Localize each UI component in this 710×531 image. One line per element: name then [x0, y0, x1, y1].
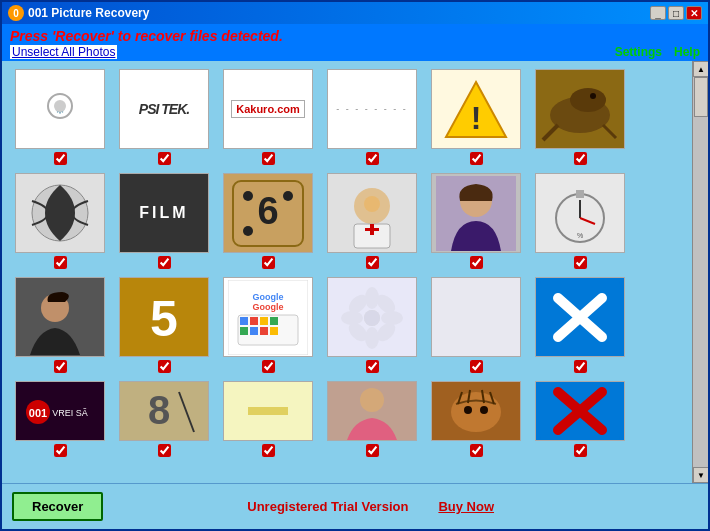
svg-point-19	[364, 196, 380, 212]
recover-button[interactable]: Recover	[12, 492, 103, 521]
photo-cell: !	[426, 69, 526, 165]
photo-thumb: ⚙️	[15, 69, 105, 149]
photo-thumb	[535, 381, 625, 441]
photo-checkbox[interactable]	[366, 444, 379, 457]
svg-text:6: 6	[257, 190, 278, 232]
photo-checkbox[interactable]	[262, 152, 275, 165]
app-icon: 0	[8, 5, 24, 21]
photo-checkbox[interactable]	[158, 360, 171, 373]
psitek-label: PSI TEK.	[139, 101, 189, 117]
svg-point-47	[341, 311, 363, 325]
scroll-down-button[interactable]: ▼	[693, 467, 708, 483]
photo-thumb	[431, 277, 521, 357]
photo-checkbox[interactable]	[470, 360, 483, 373]
close-button[interactable]: ✕	[686, 6, 702, 20]
photo-checkbox[interactable]	[366, 256, 379, 269]
kakuro-label: Kakuro.com	[231, 100, 305, 118]
window-title: 001 Picture Recovery	[28, 6, 650, 20]
photo-row: FILM 6	[10, 173, 684, 269]
photo-thumb: - - - - - - - -	[327, 69, 417, 149]
photo-checkbox[interactable]	[54, 152, 67, 165]
photo-thumb	[431, 381, 521, 441]
photo-cell	[322, 173, 422, 269]
scroll-track[interactable]	[693, 77, 708, 467]
photo-cell	[426, 277, 526, 373]
photo-checkbox[interactable]	[574, 152, 587, 165]
photo-checkbox[interactable]	[158, 444, 171, 457]
photo-checkbox[interactable]	[470, 256, 483, 269]
photo-checkbox[interactable]	[574, 360, 587, 373]
svg-point-72	[480, 406, 488, 414]
photo-checkbox[interactable]	[470, 444, 483, 457]
svg-rect-41	[260, 327, 268, 335]
photo-thumb: 5	[119, 277, 209, 357]
photo-row: 5 Google Google	[10, 277, 684, 373]
photo-checkbox[interactable]	[366, 360, 379, 373]
photo-checkbox[interactable]	[54, 256, 67, 269]
photo-thumb	[431, 173, 521, 253]
photo-checkbox[interactable]	[574, 444, 587, 457]
photo-cell	[322, 381, 422, 457]
photo-checkbox[interactable]	[262, 360, 275, 373]
photo-checkbox[interactable]	[470, 152, 483, 165]
svg-rect-38	[270, 317, 278, 325]
svg-text:8: 8	[148, 388, 170, 432]
photo-thumb: %	[535, 173, 625, 253]
photo-thumb	[327, 381, 417, 441]
photo-cell: Kakuro.com	[218, 69, 318, 165]
photo-checkbox[interactable]	[158, 256, 171, 269]
svg-point-14	[243, 226, 253, 236]
scroll-thumb[interactable]	[694, 77, 708, 117]
help-link[interactable]: Help	[674, 45, 700, 59]
buy-now-link[interactable]: Buy Now	[438, 499, 494, 514]
toolbar: Press 'Recover' to recover files detecte…	[2, 24, 708, 61]
maximize-button[interactable]: □	[668, 6, 684, 20]
photo-thumb: !	[431, 69, 521, 149]
photo-checkbox[interactable]	[262, 256, 275, 269]
photo-cell	[426, 173, 526, 269]
svg-point-71	[464, 406, 472, 414]
photo-thumb	[535, 69, 625, 149]
photo-cell	[530, 69, 630, 165]
svg-point-12	[243, 191, 253, 201]
photo-checkbox[interactable]	[158, 152, 171, 165]
window-controls: _ □ ✕	[650, 6, 702, 20]
svg-point-48	[381, 311, 403, 325]
film-label: FILM	[139, 204, 188, 222]
photo-thumb: 6	[223, 173, 313, 253]
recover-message: Press 'Recover' to recover files detecte…	[10, 28, 700, 44]
dotted-label: - - - - - - - -	[336, 104, 407, 114]
photo-cell: 6	[218, 173, 318, 269]
photo-cell	[218, 381, 318, 457]
main-window: 0 001 Picture Recovery _ □ ✕ Press 'Reco…	[0, 0, 710, 531]
photo-grid: ⚙️ PSI TEK. Kakuro.com	[2, 61, 692, 483]
main-content: ⚙️ PSI TEK. Kakuro.com	[2, 61, 708, 483]
svg-text:Google: Google	[253, 292, 284, 302]
photo-checkbox[interactable]	[262, 444, 275, 457]
photo-row: 001 VREI SÃ 8	[10, 381, 684, 457]
svg-point-46	[365, 327, 379, 349]
photo-cell: 001 VREI SÃ	[10, 381, 110, 457]
scroll-up-button[interactable]: ▲	[693, 61, 708, 77]
settings-link[interactable]: Settings	[615, 45, 662, 59]
svg-rect-18	[370, 224, 374, 235]
trial-text: Unregistered Trial Version	[247, 499, 408, 514]
svg-rect-42	[270, 327, 278, 335]
photo-cell: %	[530, 173, 630, 269]
svg-rect-66	[248, 407, 288, 415]
photo-checkbox[interactable]	[54, 444, 67, 457]
photo-checkbox[interactable]	[574, 256, 587, 269]
minimize-button[interactable]: _	[650, 6, 666, 20]
unselect-all-link[interactable]: Unselect All Photos	[10, 45, 117, 59]
svg-rect-54	[436, 280, 516, 355]
photo-checkbox[interactable]	[54, 360, 67, 373]
toolbar-links: Unselect All Photos Settings Help	[10, 45, 700, 59]
photo-thumb: PSI TEK.	[119, 69, 209, 149]
photo-checkbox[interactable]	[366, 152, 379, 165]
svg-point-45	[365, 287, 379, 309]
svg-rect-36	[250, 317, 258, 325]
photo-thumb: Google Google	[223, 277, 313, 357]
svg-rect-35	[240, 317, 248, 325]
photo-cell: - - - - - - - -	[322, 69, 422, 165]
photo-cell	[530, 381, 630, 457]
